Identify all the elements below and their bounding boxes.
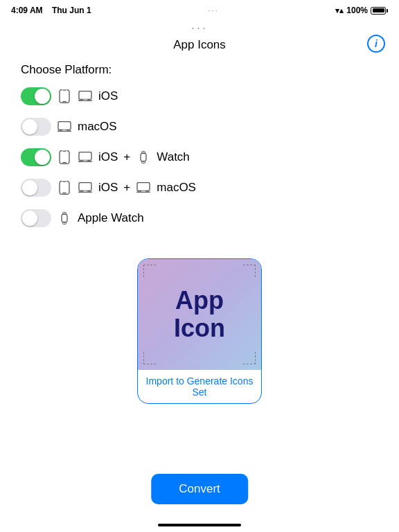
platform-row-ios-watch: iOS + Watch [21,145,378,170]
app-icon-text: App Icon [174,287,225,342]
svg-rect-29 [141,191,145,193]
platform-row-apple-watch: Apple Watch [21,206,378,231]
corner-bl [143,352,156,364]
svg-rect-10 [60,151,69,164]
svg-rect-30 [62,214,67,222]
svg-rect-7 [58,122,71,130]
toggle-apple-watch[interactable] [21,209,51,227]
ios-watch-label1: iOS [98,150,118,164]
plus-sign-1: + [123,150,130,164]
svg-rect-18 [142,152,145,154]
macos-label: macOS [78,120,117,134]
corner-tl [143,265,156,277]
import-container[interactable]: App Icon Import to Generate Icons Set [0,258,399,404]
convert-btn-container: Convert [151,474,248,504]
nav-dots: ··· [0,19,399,38]
svg-rect-4 [79,91,91,100]
svg-rect-1 [62,101,66,102]
svg-rect-32 [63,222,66,224]
svg-rect-24 [79,183,91,191]
home-indicator [158,524,241,526]
mac-icon-4 [78,180,93,195]
status-dots: ··· [208,6,219,15]
status-time: 4:09 AM Thu Jun 1 [11,6,91,15]
svg-rect-19 [142,161,145,163]
iphone-icon-1 [57,89,72,104]
ios-macos-label2: macOS [157,181,196,195]
svg-rect-27 [137,183,150,191]
mac-icon-1 [78,89,93,104]
battery-icon [371,7,388,15]
watch-icon-1 [136,150,151,165]
watch-label: Watch [157,150,190,164]
main-content: Choose Platform: iOS [0,56,399,231]
ios-macos-label1: iOS [98,181,118,195]
svg-rect-14 [79,152,91,161]
app-icon-line1: App [174,287,225,314]
svg-rect-9 [62,130,66,132]
corner-br [243,352,256,364]
svg-rect-20 [60,181,69,195]
toggle-ios-watch[interactable] [21,148,51,166]
apple-watch-label: Apple Watch [78,211,144,225]
mac-icon-2 [57,119,72,134]
import-box[interactable]: App Icon Import to Generate Icons Set [137,258,262,404]
svg-rect-21 [62,193,66,193]
svg-rect-16 [83,161,87,162]
status-bar: 4:09 AM Thu Jun 1 ··· ▾▴ 100% [0,0,399,19]
ios-label: iOS [98,89,118,103]
corner-tr [243,265,256,277]
platform-row-ios: iOS [21,84,378,109]
date-text: Thu Jun 1 [52,6,91,15]
toggle-ios[interactable] [21,87,51,105]
platform-row-macos: macOS [21,114,378,139]
page-title: App Icons [0,38,399,52]
app-icon-preview[interactable]: App Icon [138,259,261,370]
import-label: Import to Generate Icons Set [138,370,261,403]
watch-icon-2 [57,211,72,226]
svg-rect-31 [63,213,66,215]
convert-button[interactable]: Convert [151,474,248,504]
platform-row-ios-macos: iOS + macOS [21,175,378,200]
iphone-icon-2 [57,150,72,165]
iphone-icon-3 [57,180,72,195]
svg-rect-3 [63,90,66,91]
app-icon-line2: Icon [174,314,225,342]
battery-percent: 100% [346,6,368,15]
svg-rect-11 [62,162,66,163]
svg-rect-0 [60,90,69,103]
choose-platform-label: Choose Platform: [21,63,378,77]
svg-rect-17 [141,153,146,161]
toggle-ios-macos[interactable] [21,179,51,197]
svg-rect-23 [63,181,66,182]
wifi-icon: ▾▴ [335,6,344,15]
toggle-macos[interactable] [21,118,51,136]
mac-icon-3 [78,150,93,165]
svg-rect-26 [83,191,87,193]
info-button[interactable]: i [367,35,385,53]
plus-sign-2: + [123,181,130,195]
svg-rect-6 [83,100,87,101]
time-text: 4:09 AM [11,6,43,15]
status-right: ▾▴ 100% [335,6,388,15]
svg-rect-13 [63,151,66,152]
mac-icon-5 [136,180,151,195]
